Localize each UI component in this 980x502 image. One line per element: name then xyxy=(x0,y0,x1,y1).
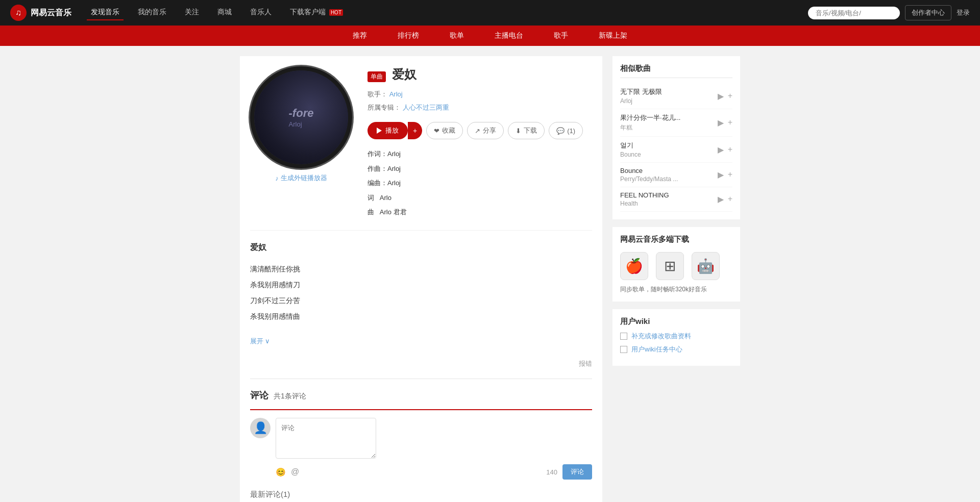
add-similar-icon-1[interactable]: + xyxy=(728,118,732,128)
ios-icon: 🍎 xyxy=(625,258,643,274)
similar-song-actions-3: ▶ + xyxy=(718,170,732,180)
similar-song-actions-0: ▶ + xyxy=(718,91,732,101)
wiki-checkbox-1 xyxy=(620,346,627,353)
wiki-item-0[interactable]: 补充或修改歌曲资料 xyxy=(620,332,732,341)
download-android[interactable]: 🤖 xyxy=(692,252,720,280)
user-avatar: 👤 xyxy=(250,418,271,438)
emoji-button[interactable]: 😊 xyxy=(276,467,286,477)
add-to-playlist-button[interactable]: + xyxy=(408,122,422,139)
nav-download[interactable]: 下载客户端 HOT xyxy=(286,5,347,20)
download-desc: 同步歌单，随时畅听320k好音乐 xyxy=(620,285,732,294)
download-windows[interactable]: ⊞ xyxy=(656,252,684,280)
lyrics-section: 爱奴 满清酷刑任你挑 杀我别用感情刀 刀剑不过三分苦 杀我别用感情曲 展开 ∨ xyxy=(250,230,592,349)
comment-input-area: 👤 😊 @ 140 评论 xyxy=(250,418,592,480)
song-meta: 歌手： Arloj 所属专辑： 人心不过三两重 xyxy=(368,88,592,114)
ios-icon-box: 🍎 xyxy=(620,252,648,280)
comment-icon: 💬 xyxy=(556,127,565,135)
similar-song-actions-4: ▶ + xyxy=(718,194,732,204)
similar-song-name-1: 果汁分你一半·花儿... xyxy=(620,113,718,122)
nav-musicians[interactable]: 音乐人 xyxy=(246,5,276,20)
sub-nav-recommend[interactable]: 推荐 xyxy=(350,27,370,44)
add-similar-icon-4[interactable]: + xyxy=(728,194,732,204)
download-ios[interactable]: 🍎 xyxy=(620,252,648,280)
latest-comments: 最新评论(1) 🧑 苏臻绘南： 😊😊😊 xyxy=(250,490,592,502)
windows-icon: ⊞ xyxy=(664,258,676,274)
similar-song-item-4: FEEL NOTHING Health ▶ + xyxy=(620,187,732,212)
search-input[interactable] xyxy=(808,7,900,19)
album-display-text: -fore xyxy=(289,107,314,120)
report-button[interactable]: 报错 xyxy=(579,360,592,367)
download-title: 网易云音乐多端下载 xyxy=(620,235,732,244)
play-similar-icon-4[interactable]: ▶ xyxy=(718,194,724,204)
similar-song-artist-3: Perry/Teddy/Masta ... xyxy=(620,175,718,183)
add-similar-icon-0[interactable]: + xyxy=(728,91,732,101)
lyrics-line-3: 刀剑不过三分苦 xyxy=(250,293,592,309)
collect-icon: ❤ xyxy=(434,127,439,135)
music-note-icon: ♪ xyxy=(275,174,279,182)
album-link[interactable]: 人心不过三两重 xyxy=(403,104,449,111)
main-nav: 发现音乐 我的音乐 关注 商城 音乐人 下载客户端 HOT xyxy=(87,5,347,20)
nav-discover[interactable]: 发现音乐 xyxy=(87,5,124,20)
similar-song-name-2: 얼기 xyxy=(620,141,718,150)
similar-song-item-1: 果汁分你一半·花儿... 年糕 ▶ + xyxy=(620,109,732,137)
share-icon: ↗ xyxy=(475,127,480,135)
similar-song-actions-1: ▶ + xyxy=(718,118,732,128)
song-credits: 作词：Arloj 作曲：Arloj 编曲：Arloj 词 Arlo 曲 Arlo… xyxy=(368,147,592,220)
nav-follow[interactable]: 关注 xyxy=(181,5,203,20)
external-link[interactable]: ♪ 生成外链播放器 xyxy=(275,173,327,183)
comment-toolbar: 😊 @ 140 评论 xyxy=(276,464,592,480)
nav-shop[interactable]: 商城 xyxy=(213,5,236,20)
at-button[interactable]: @ xyxy=(291,467,299,477)
similar-song-info-3: Bounce Perry/Teddy/Masta ... xyxy=(620,167,718,183)
play-similar-icon-2[interactable]: ▶ xyxy=(718,145,724,155)
comment-input-wrapper: 😊 @ 140 评论 xyxy=(276,418,592,480)
sub-nav-radio[interactable]: 主播电台 xyxy=(492,27,526,44)
similar-song-name-3: Bounce xyxy=(620,167,718,174)
similar-song-actions-2: ▶ + xyxy=(718,145,732,155)
album-inner: -fore Arloj xyxy=(254,70,348,164)
wiki-checkbox-0 xyxy=(620,333,627,340)
sub-nav-playlist[interactable]: 歌单 xyxy=(447,27,467,44)
similar-song-info-0: 无下限 无极限 Arloj xyxy=(620,87,718,105)
add-similar-icon-3[interactable]: + xyxy=(728,170,732,180)
song-title: 爱奴 xyxy=(392,67,416,81)
similar-songs-section: 相似歌曲 无下限 无极限 Arloj ▶ + 果汁分你一半·花儿... 年糕 ▶ xyxy=(612,56,740,219)
similar-song-info-4: FEEL NOTHING Health xyxy=(620,191,718,207)
play-similar-icon-3[interactable]: ▶ xyxy=(718,170,724,180)
share-button[interactable]: ↗ 分享 xyxy=(467,122,504,139)
play-similar-icon-1[interactable]: ▶ xyxy=(718,118,724,128)
android-icon: 🤖 xyxy=(697,258,715,274)
logo-icon: ♫ xyxy=(10,5,27,21)
similar-song-item-0: 无下限 无极限 Arloj ▶ + xyxy=(620,83,732,109)
wiki-item-1[interactable]: 用户wiki任务中心 xyxy=(620,345,732,354)
sub-nav-artists[interactable]: 歌手 xyxy=(551,27,571,44)
album-art: -fore Arloj xyxy=(250,66,352,168)
wiki-title: 用户wiki xyxy=(620,317,732,327)
sub-nav-new-albums[interactable]: 新碟上架 xyxy=(596,27,630,44)
play-triangle-icon xyxy=(377,128,382,134)
comment-input[interactable] xyxy=(276,418,376,459)
expand-button[interactable]: 展开 ∨ xyxy=(250,334,270,349)
download-button[interactable]: ⬇ 下载 xyxy=(508,122,545,139)
sub-nav-chart[interactable]: 排行榜 xyxy=(395,27,422,44)
lyrics-line-4: 杀我别用感情曲 xyxy=(250,309,592,324)
similar-song-item-3: Bounce Perry/Teddy/Masta ... ▶ + xyxy=(620,163,732,187)
sub-nav: 推荐 排行榜 歌单 主播电台 歌手 新碟上架 xyxy=(0,26,980,46)
add-similar-icon-2[interactable]: + xyxy=(728,145,732,155)
login-area[interactable]: 登录 xyxy=(957,8,970,17)
play-button[interactable]: 播放 xyxy=(368,122,408,139)
main-container: -fore Arloj ♪ 生成外链播放器 单曲 爱奴 歌 xyxy=(240,46,740,502)
artist-link[interactable]: Arloj xyxy=(389,90,403,98)
nav-my-music[interactable]: 我的音乐 xyxy=(134,5,170,20)
download-section: 网易云音乐多端下载 🍎 ⊞ 🤖 同步歌单，随 xyxy=(612,227,740,302)
submit-comment-button[interactable]: 评论 xyxy=(562,464,592,480)
creator-center-button[interactable]: 创作者中心 xyxy=(905,5,951,20)
left-content: -fore Arloj ♪ 生成外链播放器 单曲 爱奴 歌 xyxy=(240,56,602,502)
album-display-sub: Arloj xyxy=(289,120,314,128)
android-icon-box: 🤖 xyxy=(692,252,720,280)
collect-button[interactable]: ❤ 收藏 xyxy=(426,122,463,139)
windows-icon-box: ⊞ xyxy=(656,252,684,280)
char-count: 140 xyxy=(546,468,557,476)
comment-button[interactable]: 💬 (1) xyxy=(549,122,583,139)
play-similar-icon-0[interactable]: ▶ xyxy=(718,91,724,101)
